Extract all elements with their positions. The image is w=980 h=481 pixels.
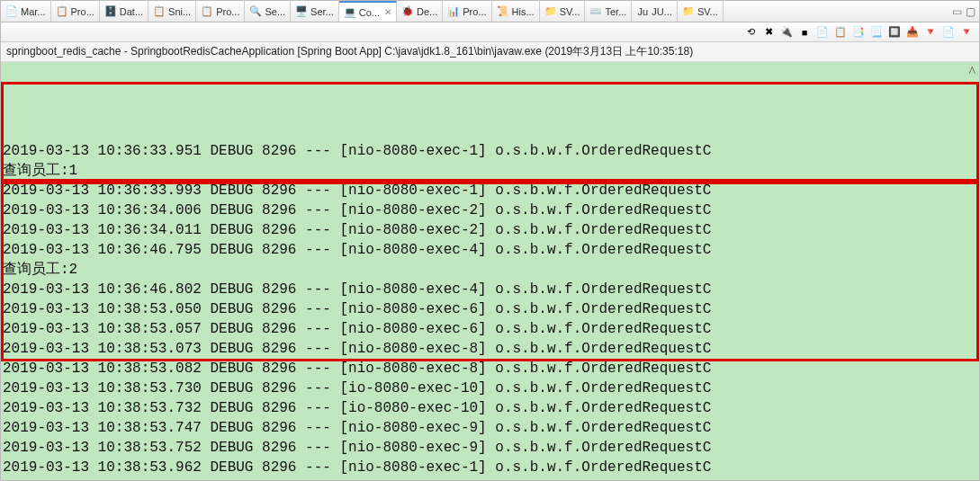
tab-icon: 🖥️ xyxy=(295,5,308,18)
tab-icon: 📁 xyxy=(544,5,557,18)
tab-label: Pro... xyxy=(216,6,239,17)
view-tab-4[interactable]: 📋Pro... xyxy=(196,1,245,22)
tab-label: Sni... xyxy=(168,6,191,17)
console-output[interactable]: ^ 2019-03-13 10:36:33.951 DEBUG 8296 ---… xyxy=(1,62,979,480)
view-tab-6[interactable]: 🖥️Ser... xyxy=(291,1,339,22)
log-line: 2019-03-13 10:36:34.011 DEBUG 8296 --- [… xyxy=(1,220,979,240)
log-line: 查询员工:2 xyxy=(1,260,979,280)
view-tab-5[interactable]: 🔍Se... xyxy=(245,1,291,22)
log-line: 2019-03-13 10:38:53.747 DEBUG 8296 --- [… xyxy=(1,418,979,438)
toolbar-button-12[interactable]: 🔻 xyxy=(959,25,974,40)
toolbar-button-11[interactable]: 📄 xyxy=(941,25,956,40)
view-tab-14[interactable]: 📁SV... xyxy=(678,1,724,22)
view-tab-1[interactable]: 📋Pro... xyxy=(51,1,100,22)
log-line: 2019-03-13 10:38:53.057 DEBUG 8296 --- [… xyxy=(1,319,979,339)
view-tab-8[interactable]: 🐞De... xyxy=(397,1,443,22)
tab-icon: 📄 xyxy=(5,5,18,18)
view-tab-3[interactable]: 📋Sni... xyxy=(148,1,196,22)
toolbar-button-1[interactable]: ✖ xyxy=(761,25,776,40)
log-line: 查询员工:1 xyxy=(1,161,979,181)
view-tabbar: 📄Mar...📋Pro...🗄️Dat...📋Sni...📋Pro...🔍Se.… xyxy=(1,1,979,22)
log-line: 2019-03-13 10:38:53.732 DEBUG 8296 --- [… xyxy=(1,398,979,418)
tab-label: Pro... xyxy=(71,6,94,17)
tab-label: Se... xyxy=(265,6,285,17)
log-line: 2019-03-13 10:36:34.006 DEBUG 8296 --- [… xyxy=(1,200,979,220)
tab-icon: 🔍 xyxy=(249,5,262,18)
view-tab-2[interactable]: 🗄️Dat... xyxy=(100,1,148,22)
tab-label: Ser... xyxy=(310,6,334,17)
view-tab-7[interactable]: 💻Co...✕ xyxy=(339,1,397,22)
tab-icon: 📜 xyxy=(497,5,509,18)
tab-label: De... xyxy=(417,6,437,17)
tab-icon: 📋 xyxy=(56,5,68,18)
tab-label: Pro... xyxy=(463,6,486,17)
tab-icon: Ju xyxy=(636,5,649,18)
tab-icon: 📋 xyxy=(153,5,166,18)
toolbar-button-6[interactable]: 📑 xyxy=(851,25,866,40)
toolbar-button-2[interactable]: 🔌 xyxy=(779,25,794,40)
tab-label: Mar... xyxy=(21,6,46,17)
tab-icon: 💻 xyxy=(344,6,356,19)
tab-label: His... xyxy=(512,6,535,17)
log-line: 2019-03-13 10:36:33.993 DEBUG 8296 --- [… xyxy=(1,181,979,200)
view-tab-9[interactable]: 📊Pro... xyxy=(443,1,491,22)
toolbar-button-5[interactable]: 📋 xyxy=(833,25,848,40)
tab-label: Co... xyxy=(359,7,380,18)
minimize-icon[interactable]: ▭ xyxy=(952,5,962,18)
console-description: springboot_redis_cache - SpringbootRedis… xyxy=(1,42,979,62)
log-line: 2019-03-13 10:38:53.752 DEBUG 8296 --- [… xyxy=(1,438,979,458)
toolbar-button-10[interactable]: 🔻 xyxy=(923,25,938,40)
tab-label: JU... xyxy=(652,6,672,17)
view-tab-0[interactable]: 📄Mar... xyxy=(1,1,51,22)
view-tab-11[interactable]: 📁SV... xyxy=(540,1,586,22)
log-line: 2019-03-13 10:36:46.802 DEBUG 8296 --- [… xyxy=(1,280,979,299)
toolbar-button-3[interactable]: ■ xyxy=(797,25,812,40)
tab-icon: 🐞 xyxy=(401,5,414,18)
scroll-caret-icon: ^ xyxy=(968,62,976,82)
window-controls: ▭ ▢ xyxy=(949,1,979,22)
log-line: 2019-03-13 10:38:53.730 DEBUG 8296 --- [… xyxy=(1,379,979,398)
log-line: 2019-03-13 10:38:53.962 DEBUG 8296 --- [… xyxy=(1,458,979,477)
tab-icon: 📁 xyxy=(682,5,695,18)
view-tab-12[interactable]: ⌨️Ter... xyxy=(585,1,632,22)
toolbar-button-9[interactable]: 📥 xyxy=(905,25,920,40)
tab-label: Ter... xyxy=(605,6,626,17)
tab-icon: 🗄️ xyxy=(104,5,117,18)
toolbar-button-0[interactable]: ⟲ xyxy=(743,25,758,40)
toolbar-button-7[interactable]: 📃 xyxy=(869,25,884,40)
tab-label: SV... xyxy=(697,6,718,17)
log-line: 2019-03-13 10:38:53.082 DEBUG 8296 --- [… xyxy=(1,359,979,379)
view-tab-13[interactable]: JuJU... xyxy=(632,1,678,22)
console-toolbar: ⟲✖🔌■📄📋📑📃🔲📥🔻📄🔻 xyxy=(1,22,979,42)
log-line: 2019-03-13 10:36:46.795 DEBUG 8296 --- [… xyxy=(1,240,979,260)
toolbar-button-8[interactable]: 🔲 xyxy=(887,25,902,40)
log-line: 2019-03-13 10:36:33.951 DEBUG 8296 --- [… xyxy=(1,141,979,161)
toolbar-button-4[interactable]: 📄 xyxy=(815,25,830,40)
tab-label: SV... xyxy=(560,6,580,17)
log-line: 2019-03-13 10:38:53.073 DEBUG 8296 --- [… xyxy=(1,339,979,359)
tab-label: Dat... xyxy=(120,6,143,17)
view-tab-10[interactable]: 📜His... xyxy=(492,1,540,22)
tab-icon: 📊 xyxy=(447,5,460,18)
tab-icon: 📋 xyxy=(201,5,213,18)
log-line: 2019-03-13 10:38:53.050 DEBUG 8296 --- [… xyxy=(1,299,979,319)
close-icon[interactable]: ✕ xyxy=(384,7,391,17)
tab-icon: ⌨️ xyxy=(589,5,602,18)
maximize-icon[interactable]: ▢ xyxy=(966,5,976,18)
